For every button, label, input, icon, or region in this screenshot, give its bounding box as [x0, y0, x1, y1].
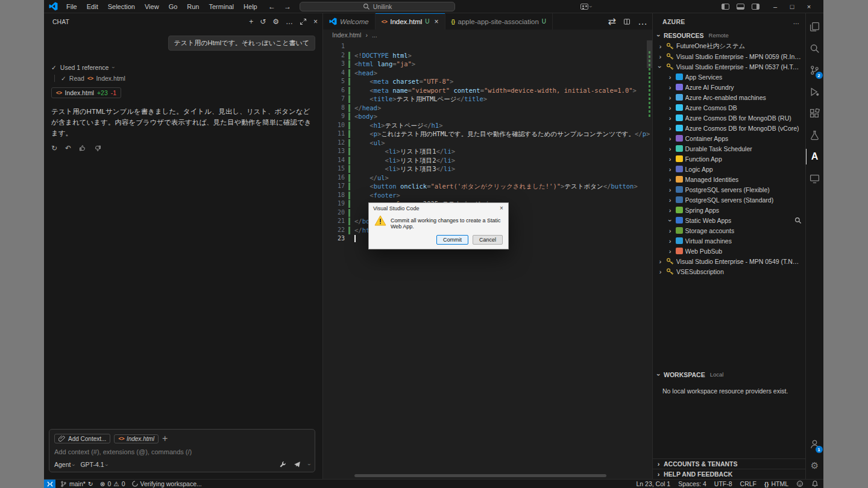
config-gear-icon[interactable]: ⚙ — [272, 17, 279, 26]
breadcrumb[interactable]: Index.html › ... — [323, 30, 652, 40]
menu-run[interactable]: Run — [182, 2, 204, 11]
azure-tree-item[interactable]: ›PostgreSQL servers (Standard) — [653, 195, 805, 205]
chevron-right-icon[interactable]: › — [667, 166, 673, 173]
azure-tree-item[interactable]: ›Storage accounts — [653, 225, 805, 236]
feedback-icon[interactable] — [796, 480, 804, 487]
chevron-right-icon[interactable]: › — [657, 258, 664, 265]
azure-tree-item[interactable]: ›Logic App — [653, 164, 805, 174]
menu-edit[interactable]: Edit — [82, 2, 103, 11]
code-line[interactable]: 9<body> — [323, 112, 652, 121]
azure-tree-item[interactable]: ›Visual Studio Enterprise - MPN 0059 (R.… — [653, 51, 805, 61]
encoding[interactable]: UTF-8 — [714, 480, 732, 487]
azure-tree-item[interactable]: ›Spring Apps — [653, 205, 805, 215]
add-file-icon[interactable]: + — [162, 433, 168, 444]
chevron-right-icon[interactable]: › — [667, 227, 673, 234]
menu-help[interactable]: Help — [239, 2, 262, 11]
testing-icon[interactable] — [806, 124, 824, 146]
code-line[interactable]: 1 — [323, 42, 652, 51]
run-and-debug-icon[interactable] — [806, 81, 824, 102]
close-tab-icon[interactable]: × — [435, 17, 439, 26]
agent-mode-picker[interactable]: Agent › — [54, 461, 74, 468]
tab-index.html[interactable]: <>Index.htmlU× — [376, 13, 445, 30]
code-line[interactable]: 13 <li>リスト項目1</li> — [323, 147, 652, 156]
help-section-header[interactable]: › HELP AND FEEDBACK — [653, 469, 805, 479]
code-line[interactable]: 12 <ul> — [323, 139, 652, 148]
azure-tree-item[interactable]: ›Container Apps — [653, 133, 805, 143]
menu-view[interactable]: View — [140, 2, 164, 11]
horizontal-scrollbar[interactable] — [354, 474, 606, 477]
extensions-icon[interactable] — [806, 102, 824, 124]
more-actions-icon[interactable]: … — [638, 16, 647, 27]
chevron-down-icon[interactable]: › — [306, 464, 312, 466]
azure-tree-item[interactable]: ›Web PubSub — [653, 246, 805, 256]
breadcrumb-more[interactable]: ... — [372, 31, 377, 39]
chevron-right-icon[interactable]: › — [657, 53, 664, 60]
chevron-right-icon[interactable]: › — [657, 43, 664, 50]
azure-tree-item[interactable]: ›Azure Cosmos DB — [653, 102, 805, 113]
chevron-down-icon[interactable]: › — [667, 217, 674, 224]
dialog-close-icon[interactable]: × — [495, 203, 508, 213]
chevron-right-icon[interactable]: › — [667, 186, 673, 193]
chevron-right-icon[interactable]: › — [667, 248, 673, 255]
azure-tree-item[interactable]: ›PostgreSQL servers (Flexible) — [653, 184, 805, 195]
chevron-right-icon[interactable]: › — [667, 237, 673, 245]
git-branch-status[interactable]: main* ↻ — [60, 480, 93, 487]
close-button[interactable]: × — [800, 0, 817, 13]
menu-terminal[interactable]: Terminal — [204, 2, 239, 11]
azure-tree-item[interactable]: ›Visual Studio Enterprise - MPN 0549 (T.… — [653, 256, 805, 266]
source-control-icon[interactable]: 2 — [806, 59, 824, 81]
forward-arrow-icon[interactable]: → — [284, 2, 291, 11]
azure-tree-item[interactable]: ›Function App — [653, 154, 805, 164]
more-actions-icon[interactable]: … — [286, 17, 293, 26]
indentation[interactable]: Spaces: 4 — [678, 480, 706, 487]
chevron-right-icon[interactable]: › — [657, 268, 664, 275]
toggle-primary-sidebar-icon[interactable] — [722, 4, 729, 10]
azure-tree-item[interactable]: ›App Services — [653, 72, 805, 82]
code-line[interactable]: 2<!DOCTYPE html> — [323, 51, 652, 60]
add-context-button[interactable]: Add Context... — [54, 434, 110, 443]
maximize-button[interactable]: □ — [784, 0, 800, 13]
history-icon[interactable]: ↺ — [260, 17, 266, 26]
commit-button[interactable]: Commit — [436, 235, 468, 245]
breadcrumb-file[interactable]: Index.html — [332, 31, 361, 39]
chevron-right-icon[interactable]: › — [667, 135, 673, 142]
workspace-section-header[interactable]: › WORKSPACE Local — [653, 369, 805, 380]
cancel-button[interactable]: Cancel — [473, 235, 503, 245]
azure-tree-item[interactable]: ›VSESubscription — [653, 266, 805, 277]
changed-file-pill[interactable]: <> Index.html +23 -1 — [51, 87, 121, 98]
code-line[interactable]: 16 </ul> — [323, 174, 652, 183]
settings-gear-icon[interactable]: ⚙ — [806, 455, 824, 477]
chevron-right-icon[interactable]: › — [667, 155, 673, 163]
code-line[interactable]: 18 <footer> — [323, 191, 652, 200]
chevron-right-icon[interactable]: › — [667, 84, 673, 91]
command-center-search[interactable]: Unilink — [300, 2, 455, 11]
code-line[interactable]: 4<head> — [323, 69, 652, 78]
menu-go[interactable]: Go — [164, 2, 183, 11]
code-line[interactable]: 17 <button onclick="alert('ボタンがクリックされました… — [323, 182, 652, 191]
azure-tree-item[interactable]: ›Visual Studio Enterprise - MPN 0537 (H.… — [653, 61, 805, 72]
workspace-verification-status[interactable]: Verifying workspace... — [132, 480, 202, 487]
azure-tree-item[interactable]: ›Azure Arc-enabled machines — [653, 92, 805, 102]
more-actions-icon[interactable]: … — [793, 18, 800, 25]
azure-tree-item[interactable]: ›Managed Identities — [653, 174, 805, 184]
retry-icon[interactable]: ↻ — [51, 144, 57, 152]
code-line[interactable]: 7 <title>テスト用HTMLページ</title> — [323, 95, 652, 104]
chevron-right-icon[interactable]: › — [667, 114, 673, 122]
tools-icon[interactable] — [279, 461, 286, 468]
send-icon[interactable] — [294, 461, 301, 468]
chat-text-input[interactable] — [54, 448, 310, 455]
thumbs-up-icon[interactable] — [79, 145, 86, 152]
code-line[interactable]: 3<html lang="ja"> — [323, 60, 652, 69]
remote-explorer-icon[interactable] — [806, 167, 824, 189]
chevron-right-icon[interactable]: › — [667, 145, 673, 152]
language-mode[interactable]: {} HTML — [764, 480, 788, 487]
chevron-right-icon[interactable]: › — [667, 104, 673, 111]
problems-status[interactable]: ⊗ 0 ⚠ 0 — [100, 480, 125, 487]
menu-file[interactable]: File — [61, 2, 82, 11]
azure-tree-item[interactable]: ›Durable Task Scheduler — [653, 143, 805, 154]
chevron-right-icon[interactable]: › — [667, 94, 673, 101]
chat-input-box[interactable]: Add Context... <> Index.html + Agent › — [49, 429, 315, 472]
code-line[interactable]: 5 <meta charset="UTF-8"> — [323, 77, 652, 86]
azure-tree-item[interactable]: ›Static Web Apps — [653, 215, 805, 225]
code-line[interactable]: 15 <li>リスト項目3</li> — [323, 164, 652, 174]
